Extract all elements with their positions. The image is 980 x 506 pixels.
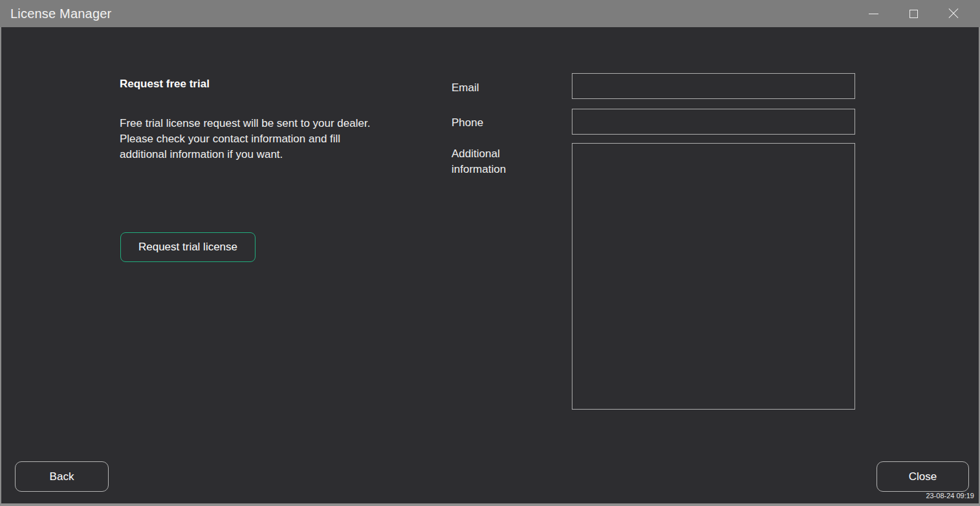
- email-label: Email: [452, 80, 479, 96]
- maximize-button[interactable]: [893, 0, 933, 27]
- titlebar[interactable]: License Manager: [0, 0, 980, 27]
- close-window-button[interactable]: [933, 0, 974, 27]
- maximize-icon: [909, 10, 918, 18]
- phone-field[interactable]: [572, 109, 855, 135]
- minimize-icon: [869, 14, 878, 14]
- license-manager-window: License Manager Request free trial Free …: [0, 0, 980, 506]
- additional-information-label: Additional information: [452, 146, 529, 177]
- trial-description: Free trial license request will be sent …: [120, 116, 443, 162]
- request-trial-license-button[interactable]: Request trial license: [120, 232, 256, 262]
- page-title: Request free trial: [120, 78, 210, 91]
- additional-information-field[interactable]: [572, 143, 855, 410]
- email-field[interactable]: [572, 73, 855, 99]
- back-button[interactable]: Back: [15, 461, 109, 492]
- phone-label: Phone: [452, 115, 483, 131]
- close-button[interactable]: Close: [877, 461, 969, 492]
- description-line: Free trial license request will be sent …: [120, 116, 443, 131]
- description-line: Please check your contact information an…: [120, 131, 443, 147]
- window-controls: [853, 0, 980, 27]
- status-timestamp: 23-08-24 09:19: [926, 492, 974, 500]
- minimize-button[interactable]: [853, 0, 893, 27]
- description-line: additional information if you want.: [120, 147, 443, 162]
- close-icon: [948, 8, 959, 19]
- window-title: License Manager: [0, 6, 111, 21]
